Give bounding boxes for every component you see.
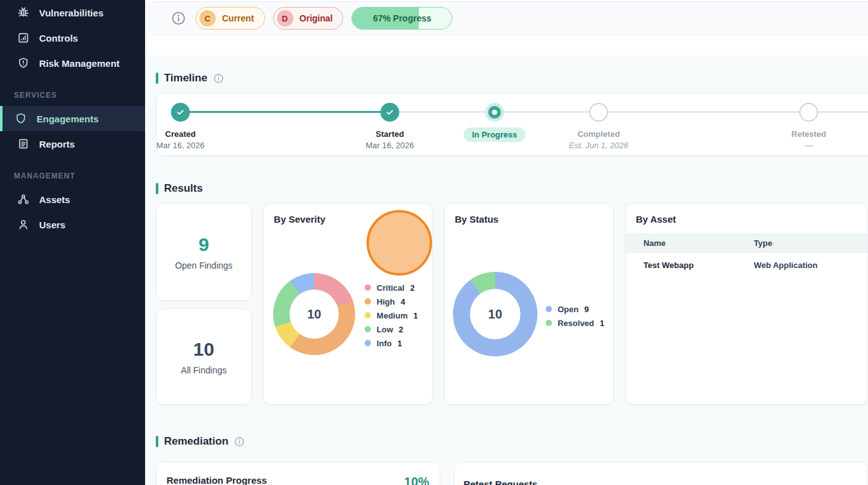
legend-dot xyxy=(365,312,371,318)
legend-label: Info xyxy=(377,339,392,348)
sidebar-item-engagements[interactable]: Engagements xyxy=(0,106,145,131)
retest-requests-title: Retest Requests xyxy=(464,479,867,485)
user-icon xyxy=(16,218,30,231)
section-heading: Results xyxy=(164,182,202,195)
legend-dot xyxy=(365,340,371,346)
all-findings-card: 10 All Findings xyxy=(156,308,252,405)
app-root: Vulnerabilities Controls Risk Management… xyxy=(0,0,868,485)
legend-dot xyxy=(365,298,371,305)
milestone-date: Est. Jun 1, 2026 xyxy=(548,141,649,150)
bar-chart-icon xyxy=(16,31,30,45)
in-progress-badge: In Progress xyxy=(464,127,525,142)
accent-bar xyxy=(156,183,158,194)
legend-value: 9 xyxy=(584,305,589,314)
sidebar-nav: Vulnerabilities Controls Risk Management… xyxy=(0,0,145,237)
pending-step-icon xyxy=(799,103,818,122)
sidebar-item-vulnerabilities[interactable]: Vulnerabilities xyxy=(0,0,145,25)
legend-item: Resolved1 xyxy=(546,316,604,330)
by-asset-card: By Asset Name Type Test Webapp Web Appli… xyxy=(625,203,868,405)
progress-label: 67% Progress xyxy=(373,13,431,23)
results-section-title: Results xyxy=(156,182,868,195)
shield-icon xyxy=(14,112,28,126)
legend-label: Low xyxy=(377,325,393,334)
legend-item: Critical2 xyxy=(365,281,418,295)
info-icon[interactable] xyxy=(234,436,245,447)
current-label: Current xyxy=(222,13,254,23)
remediation-progress-card: Remediation Progress 10% xyxy=(156,462,440,485)
section-heading: Timeline xyxy=(164,72,208,85)
chart-title: By Severity xyxy=(274,214,422,225)
legend-item: Open9 xyxy=(546,302,604,316)
stat-column: 9 Open Findings 10 All Findings xyxy=(156,203,252,405)
open-findings-value: 9 xyxy=(199,234,209,255)
legend-value: 1 xyxy=(397,339,402,348)
current-avatar: C xyxy=(199,10,216,26)
legend-item: Medium1 xyxy=(365,308,418,322)
sidebar-item-risk-management[interactable]: Risk Management xyxy=(0,50,145,76)
severity-legend: Critical2 High4 Medium1 Low2 Info1 xyxy=(365,281,418,350)
legend-label: Critical xyxy=(377,283,404,293)
content: Timeline Created Mar 16, 2026 xyxy=(145,56,868,485)
accent-bar xyxy=(156,73,158,84)
info-icon[interactable] xyxy=(213,73,224,84)
table-row[interactable]: Test Webapp Web Application xyxy=(626,253,867,276)
accent-bar xyxy=(156,436,158,447)
milestone-created: Created Mar 16, 2026 xyxy=(145,103,231,150)
bug-icon xyxy=(16,6,30,20)
sidebar-item-controls[interactable]: Controls xyxy=(0,25,145,50)
sidebar-item-label: Users xyxy=(39,219,66,230)
legend-label: Open xyxy=(558,305,578,314)
current-version-badge[interactable]: C Current xyxy=(196,7,265,30)
milestone-label: Retested xyxy=(758,129,859,139)
original-version-badge[interactable]: D Original xyxy=(273,7,344,30)
timeline-section-title: Timeline xyxy=(156,72,868,85)
sidebar-item-assets[interactable]: Assets xyxy=(0,187,145,212)
all-findings-value: 10 xyxy=(193,339,214,360)
sidebar-item-label: Risk Management xyxy=(39,58,120,69)
legend-value: 2 xyxy=(410,283,414,293)
current-step-icon xyxy=(485,103,504,122)
engagement-toolbar: C Current D Original 67% Progress xyxy=(149,1,868,35)
sidebar-section-management: MANAGEMENT xyxy=(0,168,145,184)
legend-value: 2 xyxy=(399,325,403,334)
legend-item: Low2 xyxy=(365,322,418,336)
sidebar-item-label: Reports xyxy=(39,139,75,149)
open-findings-card: 9 Open Findings xyxy=(156,203,252,301)
legend-item: High4 xyxy=(365,295,418,308)
milestone-label: Created xyxy=(145,129,231,139)
sidebar-item-reports[interactable]: Reports xyxy=(0,131,145,156)
legend-value: 4 xyxy=(401,297,405,307)
milestone-date: Mar 16, 2026 xyxy=(145,141,231,150)
sidebar-item-label: Engagements xyxy=(37,114,98,124)
chart-title: By Status xyxy=(455,214,603,225)
main: C Current D Original 67% Progress Timeli… xyxy=(145,0,868,485)
results-grid: 9 Open Findings 10 All Findings By Sever… xyxy=(156,203,868,405)
network-icon xyxy=(16,192,30,206)
legend-value: 1 xyxy=(413,311,418,320)
milestone-date: — xyxy=(758,141,859,150)
donut-center-label: 10 xyxy=(290,289,339,339)
sidebar-item-users[interactable]: Users xyxy=(0,212,145,237)
all-findings-label: All Findings xyxy=(181,365,226,375)
sidebar-item-label: Assets xyxy=(39,194,70,205)
milestone-label: Started xyxy=(339,129,440,139)
column-header-name: Name xyxy=(626,233,736,253)
severity-donut-chart: 10 xyxy=(273,273,355,355)
check-icon xyxy=(171,103,190,122)
chart-title: By Asset xyxy=(626,214,867,225)
report-icon xyxy=(16,137,30,151)
sidebar-item-label: Controls xyxy=(39,33,78,44)
column-header-type: Type xyxy=(736,233,867,253)
status-donut-chart: 10 xyxy=(453,272,537,356)
remediation-progress-title: Remediation Progress xyxy=(167,475,267,485)
legend-label: Medium xyxy=(377,311,408,320)
legend-value: 1 xyxy=(600,318,604,328)
progress-badge: 67% Progress xyxy=(351,7,452,30)
legend-dot xyxy=(365,284,371,291)
legend-item: Info1 xyxy=(365,336,418,350)
asset-table-header-row: Name Type xyxy=(626,233,867,253)
open-findings-label: Open Findings xyxy=(175,260,233,271)
legend-label: High xyxy=(377,297,395,307)
shield-alert-icon xyxy=(16,56,30,70)
info-icon[interactable] xyxy=(171,11,186,26)
